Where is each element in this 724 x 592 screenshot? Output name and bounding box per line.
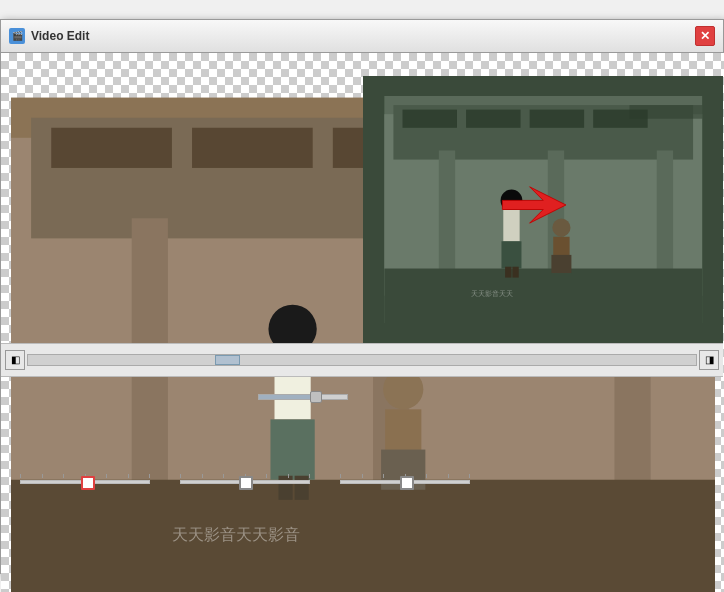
video-edit-window: 🎬 Video Edit ✕ Original Preview bbox=[0, 19, 724, 574]
svg-rect-14 bbox=[270, 419, 314, 479]
timeline-thumb[interactable] bbox=[215, 355, 240, 365]
saturation-slider[interactable] bbox=[340, 474, 470, 484]
preview-row: Original Preview bbox=[1, 53, 723, 343]
svg-text:天天影音天天: 天天影音天天 bbox=[470, 288, 512, 297]
saturation-thumb[interactable] bbox=[400, 476, 414, 490]
close-button[interactable]: ✕ bbox=[695, 26, 715, 46]
svg-point-38 bbox=[552, 218, 570, 236]
svg-rect-35 bbox=[501, 241, 521, 268]
output-preview-panel: Output Preview bbox=[363, 53, 724, 343]
svg-rect-24 bbox=[402, 109, 456, 127]
svg-rect-34 bbox=[503, 209, 519, 241]
brightness-thumb[interactable] bbox=[81, 476, 95, 490]
svg-rect-26 bbox=[529, 109, 583, 127]
svg-rect-40 bbox=[551, 254, 571, 272]
svg-rect-4 bbox=[192, 127, 313, 167]
svg-rect-37 bbox=[512, 266, 518, 277]
window-title: Video Edit bbox=[31, 29, 89, 43]
svg-rect-32 bbox=[384, 268, 702, 322]
contrast-slider[interactable] bbox=[180, 474, 310, 484]
svg-rect-25 bbox=[466, 109, 520, 127]
window-icon: 🎬 bbox=[9, 28, 25, 44]
svg-rect-11 bbox=[11, 479, 715, 592]
title-bar-left: 🎬 Video Edit bbox=[9, 28, 89, 44]
volume-slider[interactable] bbox=[258, 394, 348, 400]
output-scene: 天天影音天天 bbox=[373, 96, 714, 323]
title-bar: 🎬 Video Edit ✕ bbox=[1, 20, 723, 53]
svg-text:天天影音天天影音: 天天影音天天影音 bbox=[172, 525, 300, 543]
timeline-area: ◧ ◨ bbox=[1, 343, 723, 377]
svg-rect-3 bbox=[51, 127, 172, 167]
brightness-slider[interactable] bbox=[20, 474, 150, 484]
output-video-frame: 天天影音天天 bbox=[373, 96, 714, 323]
timeline-track[interactable] bbox=[27, 354, 697, 366]
contrast-thumb[interactable] bbox=[239, 476, 253, 490]
original-preview-panel: Original Preview bbox=[1, 53, 362, 343]
volume-thumb[interactable] bbox=[310, 391, 322, 403]
output-preview-content: 天天影音天天 bbox=[363, 76, 724, 343]
svg-rect-36 bbox=[505, 266, 511, 277]
timeline-right-icon[interactable]: ◨ bbox=[699, 350, 719, 370]
svg-rect-28 bbox=[629, 105, 702, 119]
timeline-left-icon[interactable]: ◧ bbox=[5, 350, 25, 370]
